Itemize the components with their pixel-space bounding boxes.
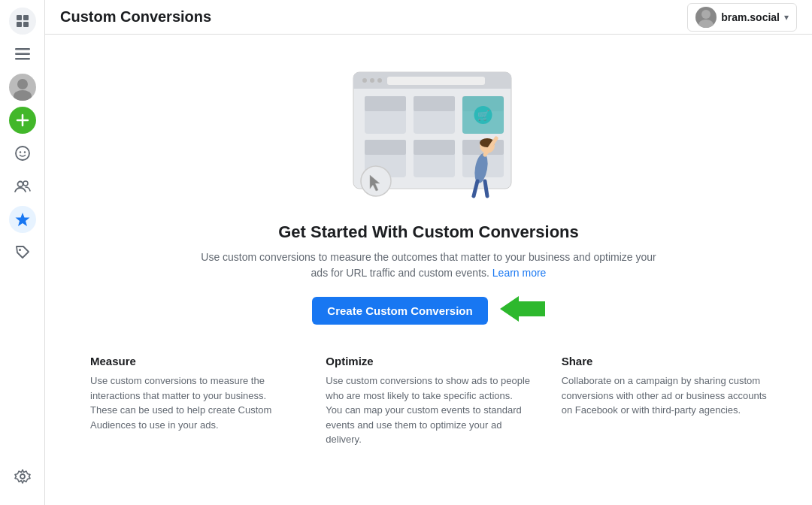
svg-rect-5 (15, 53, 30, 56)
svg-rect-35 (365, 140, 406, 155)
illustration: 🛒 (323, 57, 534, 207)
svg-marker-16 (15, 213, 29, 226)
svg-point-15 (23, 181, 28, 186)
main-heading: Get Started With Custom Conversions (278, 222, 579, 242)
svg-marker-51 (500, 296, 545, 322)
feature-title-measure: Measure (90, 355, 295, 367)
button-row: Create Custom Conversion (312, 296, 544, 325)
svg-rect-37 (414, 140, 455, 155)
svg-point-18 (20, 474, 25, 479)
learn-more-link[interactable]: Learn more (492, 267, 547, 279)
feature-text-optimize: Use custom conversions to show ads to pe… (326, 373, 531, 447)
svg-rect-31 (414, 96, 455, 111)
user-avatar-icon[interactable] (9, 74, 36, 101)
main-subtext: Use custom conversions to measure the ou… (195, 249, 662, 281)
chevron-down-icon: ▾ (784, 12, 789, 23)
feature-card-share: Share Collaborate on a campaign by shari… (562, 355, 767, 447)
svg-point-8 (14, 90, 32, 101)
menu-icon[interactable] (9, 41, 36, 68)
svg-rect-27 (387, 77, 485, 85)
svg-rect-6 (15, 58, 30, 60)
feature-cards: Measure Use custom conversions to measur… (90, 355, 767, 447)
svg-rect-29 (365, 96, 406, 111)
feature-text-measure: Use custom conversions to measure the in… (90, 373, 295, 432)
svg-point-20 (698, 20, 714, 28)
svg-point-11 (16, 147, 29, 160)
svg-rect-4 (15, 48, 30, 50)
svg-line-48 (485, 181, 487, 196)
add-icon[interactable] (9, 107, 36, 134)
home-icon[interactable] (9, 8, 36, 35)
svg-rect-3 (23, 22, 29, 27)
svg-point-7 (17, 79, 28, 89)
feature-card-measure: Measure Use custom conversions to measur… (90, 355, 295, 447)
feature-title-share: Share (562, 355, 767, 367)
svg-point-25 (370, 78, 374, 83)
svg-point-24 (362, 78, 367, 83)
main-wrapper: Custom Conversions bram.social ▾ (45, 0, 812, 505)
svg-point-14 (17, 182, 23, 187)
svg-text:🛒: 🛒 (477, 109, 490, 122)
sidebar (0, 0, 45, 505)
header: Custom Conversions bram.social ▾ (45, 0, 812, 35)
svg-rect-2 (17, 22, 22, 27)
feature-text-share: Collaborate on a campaign by sharing cus… (562, 373, 767, 418)
tag-icon[interactable] (9, 239, 36, 266)
svg-point-26 (377, 78, 382, 83)
svg-point-19 (701, 10, 710, 19)
smiley-icon[interactable] (9, 140, 36, 167)
page-title: Custom Conversions (60, 8, 211, 26)
svg-rect-0 (17, 15, 22, 20)
header-avatar (695, 7, 717, 28)
main-content: 🛒 Get Started With Custom Conversions (45, 35, 812, 505)
feature-title-optimize: Optimize (326, 355, 531, 367)
star-icon[interactable] (9, 206, 36, 233)
account-name: bram.social (721, 11, 780, 23)
svg-point-12 (19, 151, 20, 153)
create-custom-conversion-button[interactable]: Create Custom Conversion (312, 297, 487, 325)
svg-point-17 (19, 249, 21, 251)
svg-rect-1 (23, 15, 29, 20)
svg-point-13 (23, 151, 25, 153)
arrow-icon (500, 296, 545, 325)
feature-card-optimize: Optimize Use custom conversions to show … (326, 355, 531, 447)
account-selector[interactable]: bram.social ▾ (687, 3, 797, 32)
audience-icon[interactable] (9, 173, 36, 200)
gear-icon[interactable] (9, 463, 36, 490)
